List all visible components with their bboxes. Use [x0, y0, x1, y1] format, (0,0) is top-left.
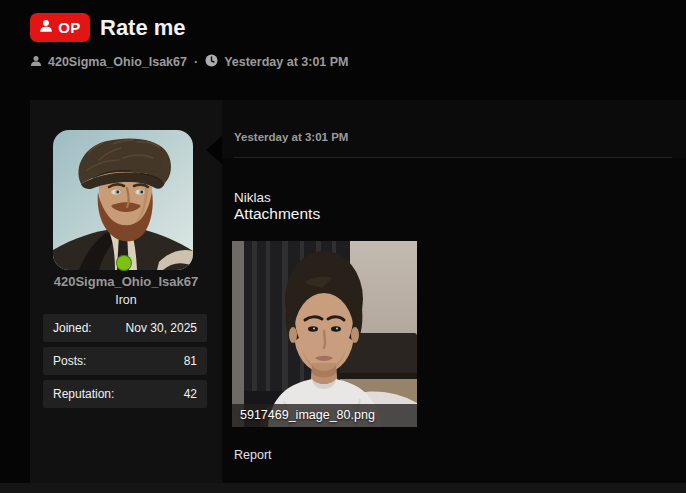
author-username[interactable]: 420Sigma_Ohio_Isak67	[30, 274, 222, 289]
person-icon	[39, 19, 53, 36]
attachments-heading: Attachments	[234, 205, 320, 223]
thread-timestamp: Yesterday at 3:01 PM	[224, 55, 348, 69]
post: 420Sigma_Ohio_Isak67 Iron Joined: Nov 30…	[0, 100, 686, 483]
stat-label: Joined:	[53, 321, 92, 335]
thread-title-row: OP Rate me	[30, 13, 186, 42]
stat-label: Reputation:	[53, 387, 114, 401]
stat-row-posts: Posts: 81	[43, 347, 207, 375]
report-link[interactable]: Report	[234, 448, 272, 462]
op-badge: OP	[30, 13, 90, 42]
author-stats: Joined: Nov 30, 2025 Posts: 81 Reputatio…	[43, 314, 207, 408]
thread-title: Rate me	[100, 13, 186, 42]
post-pointer	[206, 136, 222, 164]
post-content: Yesterday at 3:01 PM Niklas Attachments	[222, 100, 686, 483]
attachment-filename: 5917469_image_80.png	[232, 404, 417, 427]
forum-thread-page: OP Rate me 420Sigma_Ohio_Isak67 · Yester…	[0, 0, 686, 493]
stat-label: Posts:	[53, 354, 86, 368]
author-rank: Iron	[30, 293, 222, 307]
stat-row-joined: Joined: Nov 30, 2025	[43, 314, 207, 342]
thread-author-link[interactable]: 420Sigma_Ohio_Isak67	[48, 55, 187, 69]
post-author-panel: 420Sigma_Ohio_Isak67 Iron Joined: Nov 30…	[30, 100, 222, 483]
byline-separator: ·	[194, 55, 198, 69]
thread-byline: 420Sigma_Ohio_Isak67 · Yesterday at 3:01…	[30, 54, 349, 70]
stat-row-reputation: Reputation: 42	[43, 380, 207, 408]
post-divider	[234, 157, 672, 158]
online-status-dot	[116, 255, 132, 271]
attachment-photo	[232, 241, 417, 427]
clock-icon	[205, 54, 218, 70]
post-body-text: Niklas	[234, 190, 271, 205]
avatar[interactable]	[53, 130, 193, 270]
post-header-band	[222, 100, 686, 158]
stat-value: 81	[184, 354, 197, 368]
attachment-thumbnail[interactable]: 5917469_image_80.png	[232, 241, 417, 427]
author-icon	[30, 55, 42, 70]
avatar-image	[53, 130, 193, 270]
stat-value: 42	[184, 387, 197, 401]
post-timestamp: Yesterday at 3:01 PM	[234, 131, 348, 143]
stat-value: Nov 30, 2025	[126, 321, 197, 335]
op-badge-label: OP	[58, 19, 80, 36]
next-post-edge	[0, 483, 686, 493]
